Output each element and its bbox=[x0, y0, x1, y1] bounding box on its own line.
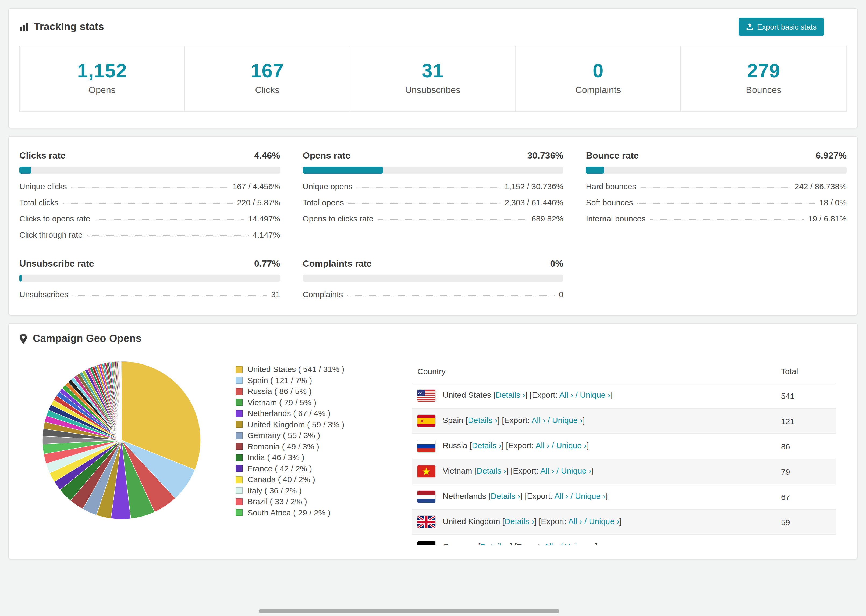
export-basic-stats-button[interactable]: Export basic stats bbox=[738, 18, 824, 36]
export-all-link[interactable]: All › bbox=[531, 415, 545, 425]
rate-title: Bounce rate bbox=[586, 151, 639, 161]
progress-fill bbox=[19, 275, 21, 282]
export-prefix: [Export: bbox=[515, 542, 544, 545]
legend-swatch bbox=[236, 432, 242, 439]
legend-item-italy[interactable]: Italy ( 36 / 2% ) bbox=[236, 485, 375, 496]
geo-table-row-germany: Germany [Details ›] [Export: All › / Uni… bbox=[412, 534, 836, 545]
legend-item-romania[interactable]: Romania ( 49 / 3% ) bbox=[236, 441, 375, 452]
legend-item-south-africa[interactable]: South Africa ( 29 / 2% ) bbox=[236, 507, 375, 518]
export-all-link[interactable]: All › bbox=[554, 491, 568, 500]
export-all-link[interactable]: All › bbox=[535, 441, 550, 450]
rate-percent: 4.46% bbox=[254, 151, 280, 161]
rate-detail-value: 689.82% bbox=[531, 214, 563, 223]
dotted-leader bbox=[348, 203, 500, 204]
rate-block-opens-rate: Opens rate 30.736% Unique opens 1,152 / … bbox=[302, 151, 563, 239]
legend-item-brazil[interactable]: Brazil ( 33 / 2% ) bbox=[236, 496, 375, 507]
pie-legend: United States ( 541 / 31% ) Spain ( 121 … bbox=[236, 364, 375, 518]
export-all-link[interactable]: All › bbox=[540, 466, 554, 475]
rate-detail-label: Click through rate bbox=[19, 230, 83, 239]
legend-item-germany[interactable]: Germany ( 55 / 3% ) bbox=[236, 430, 375, 441]
rate-block-unsubscribe-rate: Unsubscribe rate 0.77% Unsubscribes 31 bbox=[19, 259, 280, 299]
details-link[interactable]: Details › bbox=[496, 390, 525, 399]
export-unique-link[interactable]: Unique › bbox=[552, 415, 583, 425]
rate-title: Clicks rate bbox=[19, 151, 66, 161]
progress-bar bbox=[302, 275, 563, 282]
details-link[interactable]: Details › bbox=[468, 415, 497, 425]
rate-detail-value: 220 / 5.87% bbox=[237, 198, 280, 207]
export-prefix: [Export: bbox=[530, 390, 559, 399]
details-link[interactable]: Details › bbox=[480, 542, 510, 545]
legend-item-vietnam[interactable]: Vietnam ( 79 / 5% ) bbox=[236, 397, 375, 408]
geo-table-row-spain: Spain [Details ›] [Export: All › / Uniqu… bbox=[412, 408, 836, 434]
geo-table-row-united-kingdom: United Kingdom [Details ›] [Export: All … bbox=[412, 509, 836, 534]
rate-percent: 0.77% bbox=[254, 259, 280, 269]
legend-swatch bbox=[236, 509, 242, 516]
stat-opens: 1,152 Opens bbox=[19, 46, 185, 112]
legend-swatch bbox=[236, 410, 242, 417]
export-all-link[interactable]: All › bbox=[568, 517, 582, 526]
legend-item-spain[interactable]: Spain ( 121 / 7% ) bbox=[236, 375, 375, 386]
rate-detail-value: 14.497% bbox=[248, 214, 280, 223]
country-total: 541 bbox=[776, 383, 836, 408]
horizontal-scrollbar[interactable] bbox=[259, 609, 559, 613]
export-button-label: Export basic stats bbox=[757, 23, 817, 31]
progress-bar bbox=[586, 167, 847, 174]
legend-item-russia[interactable]: Russia ( 86 / 5% ) bbox=[236, 386, 375, 397]
details-link[interactable]: Details › bbox=[491, 491, 520, 500]
rate-title: Unsubscribe rate bbox=[19, 259, 94, 269]
rate-detail-row: Total clicks 220 / 5.87% bbox=[19, 198, 280, 207]
export-unique-link[interactable]: Unique › bbox=[556, 441, 587, 450]
rate-percent: 0% bbox=[550, 259, 564, 269]
link-separator: / bbox=[582, 517, 589, 526]
legend-item-india[interactable]: India ( 46 / 3% ) bbox=[236, 452, 375, 463]
rate-detail-value: 242 / 86.738% bbox=[794, 182, 847, 191]
legend-item-netherlands[interactable]: Netherlands ( 67 / 4% ) bbox=[236, 408, 375, 419]
stat-label: Bounces bbox=[681, 85, 846, 96]
rate-detail-label: Soft bounces bbox=[586, 198, 633, 207]
country-total: 79 bbox=[776, 459, 836, 484]
rate-detail-row: Unique opens 1,152 / 30.736% bbox=[302, 182, 563, 191]
legend-swatch bbox=[236, 487, 242, 494]
rate-detail-row: Soft bounces 18 / 0% bbox=[586, 198, 847, 207]
legend-label: United Kingdom ( 59 / 3% ) bbox=[247, 419, 344, 430]
location-pin-icon bbox=[19, 333, 27, 344]
legend-item-canada[interactable]: Canada ( 40 / 2% ) bbox=[236, 474, 375, 485]
export-prefix: [Export: bbox=[502, 415, 531, 425]
stat-label: Complaints bbox=[516, 85, 681, 96]
dotted-leader bbox=[650, 219, 804, 220]
stat-label: Clicks bbox=[185, 85, 350, 96]
export-unique-link[interactable]: Unique › bbox=[580, 390, 610, 399]
stat-label: Unsubscribes bbox=[350, 85, 515, 96]
legend-item-united-states[interactable]: United States ( 541 / 31% ) bbox=[236, 364, 375, 375]
legend-label: Romania ( 49 / 3% ) bbox=[247, 441, 319, 452]
rate-detail-value: 0 bbox=[559, 290, 564, 299]
details-link[interactable]: Details › bbox=[472, 441, 501, 450]
export-all-link[interactable]: All › bbox=[559, 390, 573, 399]
legend-item-united-kingdom[interactable]: United Kingdom ( 59 / 3% ) bbox=[236, 419, 375, 430]
legend-swatch bbox=[236, 366, 242, 373]
flag-united-kingdom-icon bbox=[417, 516, 435, 528]
geo-table-header-row: Country Total bbox=[412, 360, 836, 383]
link-separator: / bbox=[550, 441, 556, 450]
geo-opens-header: Campaign Geo Opens bbox=[9, 324, 857, 352]
export-unique-link[interactable]: Unique › bbox=[561, 466, 591, 475]
legend-item-france[interactable]: France ( 42 / 2% ) bbox=[236, 463, 375, 474]
column-header-country: Country bbox=[412, 360, 776, 383]
progress-fill bbox=[586, 167, 604, 174]
dotted-leader bbox=[638, 203, 815, 204]
stat-bounces: 279 Bounces bbox=[681, 46, 847, 112]
details-link[interactable]: Details › bbox=[505, 517, 534, 526]
country-name: United States bbox=[443, 390, 493, 399]
flag-germany-icon bbox=[417, 541, 435, 545]
export-all-link[interactable]: All › bbox=[544, 542, 558, 545]
stat-value: 1,152 bbox=[20, 60, 184, 82]
rate-head: Complaints rate 0% bbox=[302, 259, 563, 269]
rate-detail-label: Unique clicks bbox=[19, 182, 67, 191]
geo-opens-body: United States ( 541 / 31% ) Spain ( 121 … bbox=[9, 352, 857, 545]
legend-swatch bbox=[236, 377, 242, 384]
rate-block-complaints-rate: Complaints rate 0% Complaints 0 bbox=[302, 259, 563, 299]
export-unique-link[interactable]: Unique › bbox=[589, 517, 619, 526]
export-unique-link[interactable]: Unique › bbox=[575, 491, 605, 500]
export-unique-link[interactable]: Unique › bbox=[565, 542, 595, 545]
details-link[interactable]: Details › bbox=[477, 466, 506, 475]
